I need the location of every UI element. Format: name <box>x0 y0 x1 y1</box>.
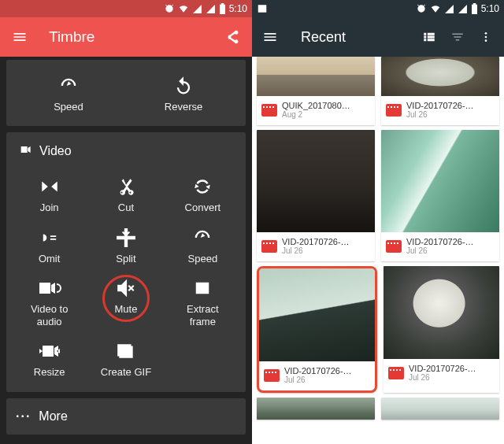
overflow-icon[interactable] <box>477 28 495 46</box>
menu-icon[interactable] <box>261 28 279 46</box>
thumbnail <box>384 266 499 359</box>
action-mute[interactable]: Mute <box>91 273 161 332</box>
extract-frame-icon <box>167 276 238 300</box>
gallery-item[interactable]: VID-20170726-… Jul 26 <box>384 266 499 393</box>
action-cut[interactable]: Cut <box>91 172 161 217</box>
battery-icon <box>471 3 478 14</box>
action-split[interactable]: Split <box>91 223 161 268</box>
gallery-item[interactable] <box>381 398 499 420</box>
video-header: Video <box>11 140 241 167</box>
video-file-icon <box>261 240 277 253</box>
omit-icon <box>14 226 85 250</box>
split-icon <box>91 226 161 250</box>
action-convert[interactable]: Convert <box>167 172 238 217</box>
file-name: VID-20170726-… <box>406 101 474 110</box>
action-omit[interactable]: Omit <box>14 223 85 268</box>
action-label: Resize <box>14 366 85 379</box>
action-label: Speed <box>167 253 238 265</box>
action-video-to-audio[interactable]: Video to audio <box>14 273 85 332</box>
action-label: Video to audio <box>14 303 85 329</box>
video-header-label: Video <box>39 144 72 158</box>
action-label: Cut <box>91 202 161 214</box>
file-date: Jul 26 <box>284 376 352 384</box>
image-indicator-icon <box>257 3 268 14</box>
share-icon[interactable] <box>224 28 241 46</box>
more-icon: ··· <box>16 409 31 424</box>
app-title: Timbre <box>49 28 224 46</box>
alarm-icon <box>416 3 427 14</box>
action-label: Mute <box>91 303 161 316</box>
svg-point-0 <box>485 32 487 35</box>
action-label: Convert <box>167 202 238 214</box>
recent-title: Recent <box>301 29 410 46</box>
action-create-gif[interactable]: Create GIF <box>91 336 161 382</box>
file-name: QUIK_2017080… <box>282 101 350 110</box>
file-name: VID-20170726-… <box>284 366 352 376</box>
action-empty <box>167 336 238 382</box>
speed-icon <box>167 226 238 250</box>
signal-icon-2 <box>206 4 216 14</box>
alarm-icon <box>164 3 175 14</box>
svg-point-1 <box>485 36 487 39</box>
file-date: Jul 26 <box>406 110 474 119</box>
action-resize[interactable]: Resize <box>14 336 85 382</box>
action-reverse[interactable]: Reverse <box>148 71 219 117</box>
gallery-item[interactable]: VID-20170726-… Jul 26 <box>257 130 375 261</box>
gallery: QUIK_2017080… Aug 2 VID-20170726-… Jul 2… <box>252 57 504 444</box>
thumbnail <box>257 57 375 96</box>
video-file-icon <box>388 367 404 379</box>
thumbnail <box>381 398 499 420</box>
thumbnail <box>257 398 375 420</box>
video-file-icon <box>386 104 402 117</box>
wifi-icon <box>178 3 189 14</box>
action-speed-audio[interactable]: Speed <box>33 71 104 117</box>
signal-icon-2 <box>458 4 468 14</box>
gallery-item[interactable] <box>257 398 375 420</box>
status-time: 5:10 <box>481 3 499 14</box>
action-extract-frame[interactable]: Extract frame <box>167 273 238 332</box>
file-date: Aug 2 <box>282 110 350 119</box>
mute-icon <box>91 276 161 300</box>
video-file-icon <box>386 240 402 253</box>
more-card[interactable]: ··· More <box>6 398 246 435</box>
gallery-item[interactable]: QUIK_2017080… Aug 2 <box>257 57 375 125</box>
wifi-icon <box>430 3 441 14</box>
join-icon <box>14 175 85 198</box>
status-bar-left: 5:10 <box>0 0 252 17</box>
video-to-audio-icon <box>14 276 85 300</box>
action-speed-video[interactable]: Speed <box>167 223 238 268</box>
action-label: Split <box>91 253 161 265</box>
thumbnail <box>257 130 375 232</box>
speed-icon <box>33 74 104 98</box>
gallery-item-selected[interactable]: VID-20170726-… Jul 26 <box>257 266 377 393</box>
thumbnail <box>381 57 499 96</box>
more-label: More <box>39 409 67 424</box>
resize-icon <box>14 339 85 363</box>
gallery-item[interactable]: VID-20170726-… Jul 26 <box>381 57 499 125</box>
svg-point-2 <box>485 39 487 42</box>
video-file-icon <box>264 369 280 382</box>
action-join[interactable]: Join <box>14 172 85 217</box>
gallery-item[interactable]: VID-20170726-… Jul 26 <box>381 130 499 261</box>
thumbnail <box>381 130 499 232</box>
action-label: Join <box>14 202 85 214</box>
file-name: VID-20170726-… <box>282 237 350 246</box>
status-time: 5:10 <box>229 3 247 14</box>
file-name: VID-20170726-… <box>409 364 476 373</box>
sort-icon[interactable] <box>449 28 466 46</box>
thumbnail <box>259 268 375 361</box>
action-label: Create GIF <box>91 366 161 379</box>
cut-icon <box>91 175 161 198</box>
action-label: Reverse <box>148 101 219 113</box>
file-date: Jul 26 <box>409 373 476 382</box>
list-view-icon[interactable] <box>421 28 438 46</box>
audio-card-partial: Speed Reverse <box>6 60 246 126</box>
gif-icon <box>91 339 161 363</box>
file-date: Jul 26 <box>282 246 350 255</box>
file-date: Jul 26 <box>406 246 474 255</box>
menu-icon[interactable] <box>11 28 28 46</box>
appbar-left: Timbre <box>0 17 252 57</box>
action-label: Omit <box>14 253 85 265</box>
action-label: Speed <box>33 101 104 113</box>
battery-icon <box>219 3 226 14</box>
